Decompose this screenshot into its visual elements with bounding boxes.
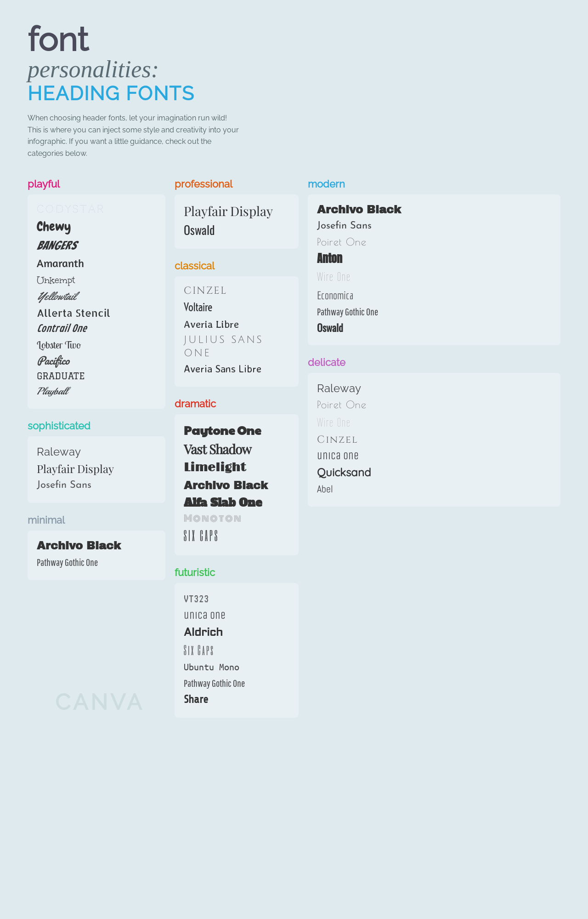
dramatic-box: Paytone One Vast Shadow Limelight Archiv…	[175, 414, 299, 555]
sophisticated-box: Raleway Playfair Display Josefin Sans	[28, 436, 165, 503]
font-poiret-d: Poiret One	[317, 398, 551, 411]
page-content: font personalities: HEADING FONTS When c…	[28, 23, 560, 729]
font-poiret: Poiret One	[317, 235, 551, 249]
font-abel: Abel	[317, 482, 551, 496]
font-amaranth: Amaranth	[37, 256, 156, 270]
font-averia-libre: Averia Libre	[184, 318, 289, 331]
category-classical-label: classical	[175, 260, 299, 272]
font-raleway-s: Raleway	[37, 445, 156, 459]
category-modern-label: modern	[308, 178, 560, 190]
font-cinzel: CINZEL	[184, 285, 289, 298]
font-averia-sans: Averia Sans Libre	[184, 362, 289, 376]
font-oswald-m: Oswald	[317, 321, 551, 334]
col-mid: professional Playfair Display Oswald cla…	[175, 178, 299, 729]
title-bold: font	[28, 23, 560, 56]
modern-box: Archivo Black Josefin Sans Poiret One An…	[308, 194, 560, 345]
font-chewy: Chewy	[37, 218, 156, 235]
font-contrail: Contrail One	[37, 322, 156, 336]
font-six-f: Six Caps	[184, 642, 289, 658]
font-six-caps: Six Caps	[184, 527, 289, 544]
delicate-box: Raleway Poiret One Wire One Cinzel unica…	[308, 373, 560, 507]
category-playful-label: playful	[28, 178, 165, 190]
category-minimal-label: minimal	[28, 514, 165, 526]
font-julius: Julius Sans One	[184, 333, 289, 360]
font-vast: Vast Shadow	[184, 441, 289, 457]
font-graduate: Graduate	[37, 370, 156, 382]
category-delicate-label: delicate	[308, 356, 560, 368]
category-futuristic-label: futuristic	[175, 566, 299, 578]
font-unkempt: Unkempt	[37, 274, 156, 287]
font-pacifico: Pacifico	[37, 354, 156, 367]
font-voltaire: Voltaire	[184, 300, 289, 314]
category-sophisticated-label: sophisticated	[28, 420, 165, 432]
font-quicksand: Quicksand	[317, 465, 551, 479]
font-playfair: Playfair Display	[184, 203, 289, 219]
font-monoton: Monoton	[184, 513, 289, 525]
font-josefin-s: Josefin Sans	[37, 479, 156, 492]
page-header: font personalities: HEADING FONTS When c…	[28, 23, 560, 160]
font-archivo-black: Archivo Black	[317, 203, 551, 217]
font-share: Share	[184, 692, 289, 707]
font-economica: Economica	[317, 288, 551, 303]
font-cinzel-d: Cinzel	[317, 434, 551, 447]
font-playball: Playball	[37, 385, 156, 398]
font-vt323: VT323	[184, 591, 289, 607]
watermark: CANVA	[55, 689, 144, 715]
font-anton: Anton	[317, 251, 551, 266]
font-paytone: Paytone One	[184, 422, 289, 438]
font-pathway: Pathway Gothic One	[317, 305, 551, 319]
category-professional-label: professional	[175, 178, 299, 190]
font-playfair-s: Playfair Display	[37, 462, 156, 476]
font-lobster: Lobster Two	[37, 338, 156, 352]
font-pathway-m: Pathway Gothic One	[37, 556, 156, 569]
font-archivo-d: Archivo Black	[184, 479, 289, 493]
title-heading: HEADING FONTS	[28, 82, 560, 105]
minimal-box: Archivo Black Pathway Gothic One	[28, 531, 165, 580]
font-josefin: Josefin Sans	[317, 220, 551, 233]
font-unica: unica one	[317, 450, 551, 463]
col-left: playful CODYSTAR Chewy BANGERS Amaranth …	[28, 178, 165, 591]
playful-box: CODYSTAR Chewy BANGERS Amaranth Unkempt …	[28, 194, 165, 409]
font-ubuntu: Ubuntu Mono	[184, 661, 289, 674]
font-wire-one-d: Wire One	[317, 414, 551, 431]
font-aldrich: Aldrich	[184, 625, 289, 639]
font-alfa: Alfa Slab One	[184, 496, 289, 510]
font-archivo-m: Archivo Black	[37, 539, 156, 553]
font-limelight: Limelight	[184, 460, 289, 476]
title-italic: personalities:	[28, 56, 560, 82]
font-unica-f: unica one	[184, 609, 289, 622]
font-bangers: BANGERS	[37, 238, 156, 254]
futuristic-box: VT323 unica one Aldrich Six Caps Ubuntu …	[175, 583, 299, 718]
col-right: modern Archivo Black Josefin Sans Poiret…	[308, 178, 560, 518]
professional-box: Playfair Display Oswald	[175, 194, 299, 249]
font-raleway-d: Raleway	[317, 381, 551, 395]
category-dramatic-label: dramatic	[175, 398, 299, 410]
font-yellowtail: Yellowtail	[37, 289, 156, 303]
font-codystar: CODYSTAR	[37, 203, 156, 216]
font-allerta: Allerta Stencil	[37, 306, 156, 320]
main-columns: playful CODYSTAR Chewy BANGERS Amaranth …	[28, 178, 560, 729]
font-oswald: Oswald	[184, 222, 289, 238]
classical-box: CINZEL Voltaire Averia Libre Julius Sans…	[175, 276, 299, 387]
font-wire-one-m: Wire One	[317, 268, 551, 285]
font-pathway-f: Pathway Gothic One	[184, 677, 289, 690]
description: When choosing header fonts, let your ima…	[28, 112, 239, 159]
